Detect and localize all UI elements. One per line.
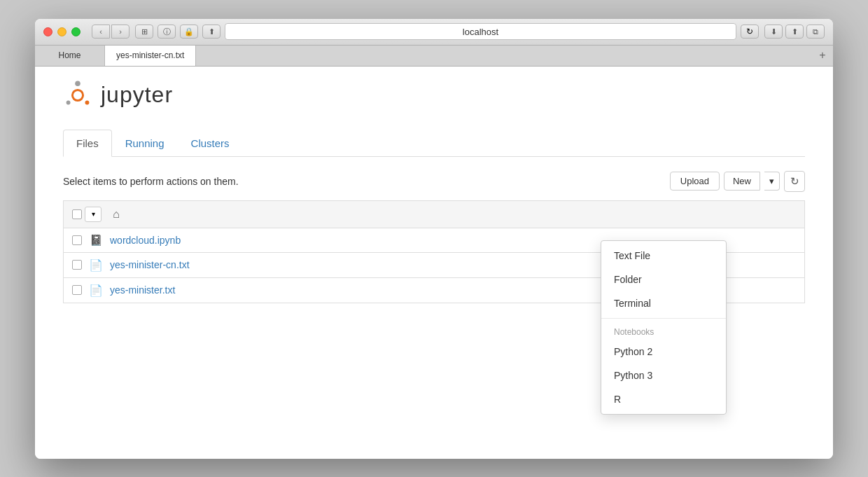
file-list-header: ▾ ⌂ [63,200,805,228]
shield-icon[interactable]: ⊞ [135,25,153,39]
sort-dropdown[interactable]: ▾ [85,207,102,222]
address-bar-section: ⊞ ⓘ 🔒 ⬆ ↻ [135,23,759,40]
lock-icon[interactable]: 🔒 [180,25,198,39]
jupyter-header: jupyter [63,81,805,110]
tabs-bar: Home yes-minister-cn.txt + [35,46,833,67]
svg-point-2 [85,100,90,104]
new-tab-button[interactable]: + [812,46,833,66]
jupyter-logo-icon [63,81,92,110]
dropdown-text-file[interactable]: Text File [601,244,726,268]
forward-button[interactable]: › [111,25,130,39]
tab-running[interactable]: Running [112,130,178,157]
notebook-icon-0: 📓 [89,234,103,247]
svg-point-3 [66,100,71,104]
jupyter-title: jupyter [101,82,173,108]
dropdown-terminal[interactable]: Terminal [601,291,726,315]
text-icon-1: 📄 [89,258,103,272]
browser-tab-home[interactable]: Home [35,46,105,66]
tab-clusters[interactable]: Clusters [178,130,243,157]
refresh-button[interactable]: ↻ [784,171,805,192]
file-checkbox-0[interactable] [72,235,82,245]
file-link-1[interactable]: yes-minister-cn.txt [110,259,190,270]
tab-files[interactable]: Files [63,130,112,157]
address-input[interactable] [225,23,736,40]
download-icon[interactable]: ⬇ [764,25,783,39]
file-link-0[interactable]: wordcloud.ipynb [110,235,181,246]
toolbar-text: Select items to perform actions on them. [63,176,239,187]
page-refresh-button[interactable]: ↻ [741,25,759,39]
toolbar-right: Upload New ▾ ↻ [670,171,805,192]
text-icon-2: 📄 [89,284,103,297]
window-icon[interactable]: ⧉ [806,25,825,39]
minimize-button[interactable] [57,27,66,36]
upload-button[interactable]: Upload [670,172,720,191]
dropdown-python2[interactable]: Python 2 [601,340,726,364]
toolbar-row: Select items to perform actions on them.… [63,171,805,192]
file-checkbox-1[interactable] [72,260,82,270]
select-all-checkbox-area: ▾ [72,207,102,222]
browser-tab-active[interactable]: yes-minister-cn.txt [105,46,196,66]
svg-point-1 [75,81,80,86]
file-link-2[interactable]: yes-minister.txt [110,284,175,296]
nav-buttons: ‹ › [92,25,130,39]
dropdown-r[interactable]: R [601,387,726,411]
new-dropdown-menu: Text File Folder Terminal Notebooks Pyth… [601,240,727,415]
nav-tabs: Files Running Clusters [63,130,805,157]
home-icon[interactable]: ⌂ [107,207,125,222]
right-buttons: ⬇ ⬆ ⧉ [764,25,825,39]
select-all-checkbox[interactable] [72,209,82,219]
page-content: jupyter Files Running Clusters Select it… [35,67,833,459]
share-icon[interactable]: ⬆ [202,25,220,39]
title-bar: ‹ › ⊞ ⓘ 🔒 ⬆ ↻ ⬇ ⬆ ⧉ [35,19,833,46]
close-button[interactable] [43,27,52,36]
traffic-lights [43,27,80,36]
info-icon[interactable]: ⓘ [158,25,176,39]
dropdown-folder[interactable]: Folder [601,268,726,291]
file-checkbox-2[interactable] [72,285,82,295]
back-button[interactable]: ‹ [92,25,110,39]
new-caret-button[interactable]: ▾ [764,172,780,191]
dropdown-divider [601,318,726,319]
maximize-button[interactable] [71,27,80,36]
share2-icon[interactable]: ⬆ [785,25,804,39]
dropdown-notebooks-label: Notebooks [601,322,726,340]
dropdown-python3[interactable]: Python 3 [601,364,726,387]
browser-window: ‹ › ⊞ ⓘ 🔒 ⬆ ↻ ⬇ ⬆ ⧉ Home yes-minister-cn… [35,19,833,459]
new-button[interactable]: New [724,172,760,191]
svg-point-0 [72,90,83,100]
